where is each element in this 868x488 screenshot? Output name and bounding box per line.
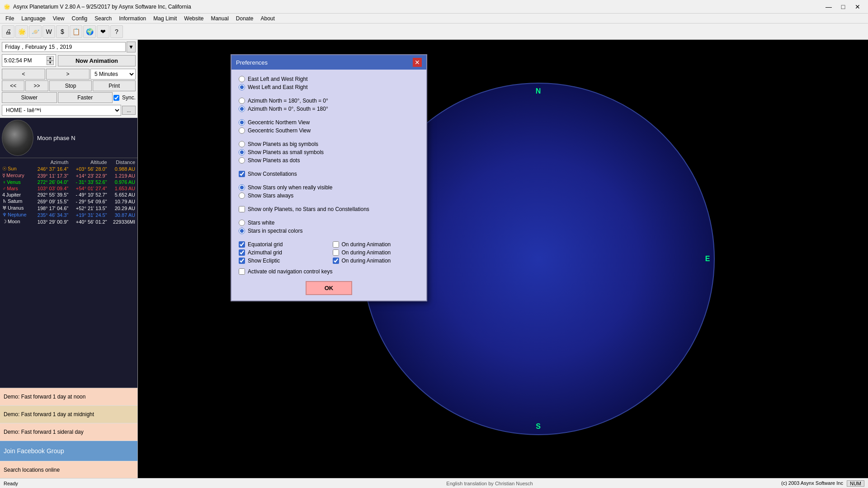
stop-button[interactable]: Stop [49,80,92,91]
menu-item-view[interactable]: View [49,14,68,23]
pref-row-planets-small: Show Planets as small symbols [239,148,419,156]
menu-item-manual[interactable]: Manual [207,14,232,23]
no-stars-group: Show only Planets, no Stars and no Const… [239,205,419,213]
time-input: 5:02:54 PM ▲ ▼ [2,54,56,67]
old-nav-checkbox[interactable] [239,268,245,275]
pref-row-stars-spectral: Stars in spectral colors [239,227,419,235]
moon-image [2,120,33,156]
menu-item-config[interactable]: Config [68,14,91,23]
planet-name-mercury: ☿Mercury [1,172,32,179]
earth-icon[interactable]: 🌍 [83,25,96,38]
az0-radio[interactable] [239,106,245,112]
constellations-checkbox[interactable] [239,171,245,177]
faster-button[interactable]: Faster [58,92,113,103]
ecl-anim-checkbox[interactable] [333,258,339,264]
demo-button-2[interactable]: Demo: Fast forward 1 sideral day [0,423,137,441]
back-button[interactable]: < [2,69,45,80]
eq-anim-checkbox[interactable] [333,241,339,248]
heart-icon[interactable]: ❤ [97,25,109,38]
stars-visible-label: Show Stars only when really visible [248,184,332,191]
menu-item-file[interactable]: File [2,14,18,23]
slower-button[interactable]: Slower [2,92,57,103]
time-down-button[interactable]: ▼ [47,61,54,65]
planet-name-sun: ☉Sun [1,165,32,172]
equatorial-grid-checkbox[interactable] [239,241,245,248]
forward-button[interactable]: > [46,69,90,80]
planet-name-saturn: ♄Saturn [1,198,32,205]
demo-button-0[interactable]: Demo: Fast forward 1 day at noon [0,388,137,406]
sync-checkbox[interactable] [113,95,119,101]
date-dropdown-button[interactable]: ▼ [127,42,136,52]
planet-dist-moon: 229336MI [108,218,137,225]
stars-white-radio[interactable] [239,220,245,226]
geo-south-radio[interactable] [239,127,245,134]
stars-spectral-radio[interactable] [239,228,245,234]
maximize-button[interactable]: □ [836,2,850,12]
menu-item-language[interactable]: Language [18,14,49,23]
pref-row-old-nav: Activate old navigation control keys [239,267,419,276]
pref-close-button[interactable]: ✕ [413,58,422,67]
menu-item-donate[interactable]: Donate [232,14,257,23]
west-left-radio[interactable] [239,84,245,90]
planet-table-section: Azimuth Altitude Distance ☉Sun 246° 37' … [0,158,137,388]
menu-item-mag limit[interactable]: Mag Limit [150,14,180,23]
moon-label: Moon phase N [37,135,75,141]
time-value: 5:02:54 PM [4,57,32,64]
copy-icon[interactable]: 📋 [70,25,82,38]
help-icon[interactable]: ? [110,25,123,38]
num-key-label: NUM [847,480,864,487]
planets-small-radio[interactable] [239,149,245,155]
location-row: HOME - Iaê™i ... [2,105,136,116]
comma: , [22,44,23,50]
demo-button-1[interactable]: Demo: Fast forward 1 day at midnight [0,406,137,423]
back-fast-button[interactable]: << [2,80,24,91]
planet-alt-sun: +03° 56' 28.0" [70,165,108,172]
close-button[interactable]: ✕ [851,2,864,12]
menu-item-information[interactable]: Information [115,14,150,23]
az180-label: Azimuth North = 180°, South = 0° [248,98,328,104]
minimize-button[interactable]: — [822,2,835,12]
location-select[interactable]: HOME - Iaê™i [2,105,121,116]
forward-fast-button[interactable]: >> [25,80,48,91]
day-label: Friday [5,44,20,50]
planets-dots-radio[interactable] [239,157,245,164]
menu-item-website[interactable]: Website [180,14,207,23]
stars-always-radio[interactable] [239,192,245,199]
copyright-label: (c) 2003 Asynx Software Inc [781,480,843,487]
stars-visible-radio[interactable] [239,184,245,191]
pref-row-constellations: Show Constellations [239,170,419,178]
star-icon[interactable]: 🌟 [15,25,28,38]
saturn-icon[interactable]: 🪐 [29,25,42,38]
menu-item-about[interactable]: About [257,14,278,23]
print-icon[interactable]: 🖨 [2,25,14,38]
planet-az-mercury: 239° 11' 17.3" [32,172,70,179]
location-browse-button[interactable]: ... [122,106,136,115]
interval-select[interactable]: 5 Minutes1 Minute10 Minutes1 Hour1 Day [90,69,136,80]
time-row: 5:02:54 PM ▲ ▼ Now Animation [2,54,136,67]
demo-button-4[interactable]: Search locations online [0,461,137,478]
planets-small-label: Show Planets as small symbols [248,149,324,155]
w-icon[interactable]: W [42,25,55,38]
day-num-label: 15 [49,44,55,50]
az-anim-checkbox[interactable] [333,249,339,256]
east-left-radio[interactable] [239,76,245,82]
dollar-icon[interactable]: $ [56,25,69,38]
ecliptic-checkbox[interactable] [239,258,245,264]
print-button[interactable]: Print [93,80,136,91]
geo-north-radio[interactable] [239,119,245,126]
now-animation-button[interactable]: Now Animation [58,55,136,66]
time-up-button[interactable]: ▲ [47,56,54,61]
planet-dist-venus: 0.976 AU [108,179,137,185]
planet-row-neptune: ♆Neptune 235° 46' 34.3" +19° 31' 24.5" 3… [1,211,137,218]
azimuthal-grid-checkbox[interactable] [239,249,245,256]
stars-always-label: Show Stars always [248,192,293,199]
planet-dist-mars: 1.653 AU [108,185,137,192]
menu-item-search[interactable]: Search [91,14,115,23]
az180-radio[interactable] [239,98,245,104]
pref-ok-button[interactable]: OK [306,281,353,295]
pref-row-az-anim: On during Animation [333,249,420,257]
planet-row-saturn: ♄Saturn 269° 09' 15.5" - 29° 54' 09.6" 1… [1,198,137,205]
demo-button-3[interactable]: Join Facebook Group [0,441,137,461]
no-stars-checkbox[interactable] [239,206,245,212]
planets-big-radio[interactable] [239,141,245,147]
